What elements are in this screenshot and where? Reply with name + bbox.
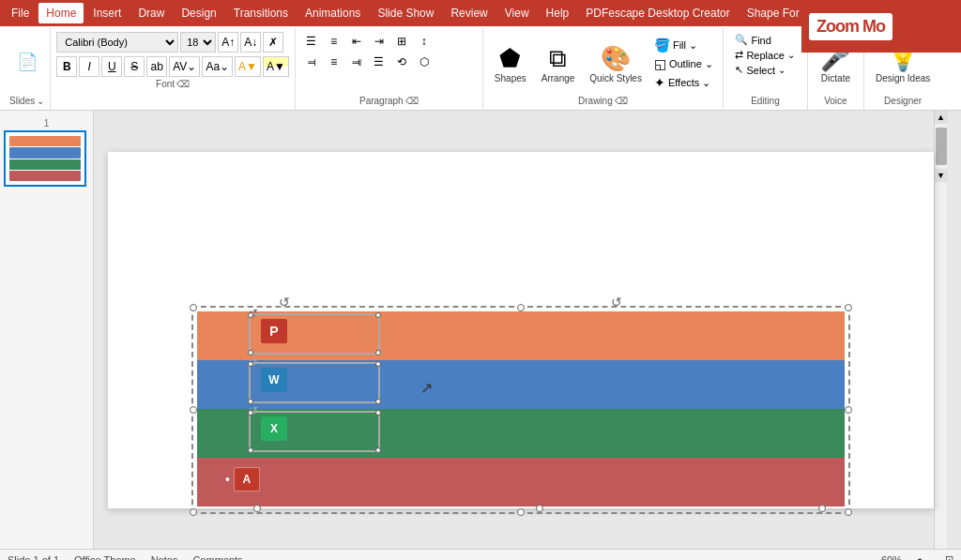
shadow-button[interactable]: ab [146,56,167,77]
bullet-dot: • [225,472,230,487]
fit-window-button[interactable]: ⊡ [945,553,953,560]
zoom-level: 60% [881,554,902,561]
inner-handle-gn-tr[interactable] [375,410,381,416]
bottom-handle-r[interactable] [818,505,826,512]
rotate-handle-top-left[interactable]: ↺ [279,295,290,310]
change-case-button[interactable]: Aa⌄ [202,56,233,77]
underline-button[interactable]: U [101,56,122,77]
menu-file[interactable]: File [4,3,37,23]
menu-home[interactable]: Home [38,3,84,23]
inner-handle-br[interactable] [375,350,381,356]
menu-help[interactable]: Help [539,3,577,23]
comments-button[interactable]: Comments [192,554,242,561]
font-size-select[interactable]: 18 [180,32,216,53]
handle-br[interactable] [845,508,852,516]
increase-indent-button[interactable]: ⇥ [369,32,389,51]
inner-handle-gn-tl[interactable] [248,410,253,416]
bar-orange[interactable]: ↺ P [197,311,845,360]
unordered-list-button[interactable]: ☰ [301,32,322,51]
justify-button[interactable]: ☰ [369,53,389,71]
align-center-button[interactable]: ≡ [324,53,344,71]
bold-button[interactable]: B [56,56,77,77]
zoom-slider[interactable]: ─●── [909,554,938,561]
menu-draw[interactable]: Draw [130,3,172,23]
word-icon: W [261,368,287,392]
clear-format-button[interactable]: ✗ [263,32,283,53]
font-group-label: Font ⌫ [56,79,289,91]
handle-tl[interactable] [190,304,197,311]
paragraph-expand-icon[interactable]: ⌫ [405,96,419,106]
arrange-button[interactable]: ⧉ Arrange [536,41,581,86]
notes-button[interactable]: Notes [151,554,178,561]
shape-outline-button[interactable]: ◱Outline ⌄ [651,55,717,72]
menu-design[interactable]: Design [174,3,223,23]
replace-button[interactable]: ⇄ Replace ⌄ [732,48,798,62]
canvas-area: ↺ ↺ ↺ [94,111,961,549]
new-slide-button[interactable]: 📄 [12,52,42,74]
menu-animations[interactable]: Animations [297,3,368,23]
handle-mr[interactable] [845,406,852,414]
inner-handle-bl-br[interactable] [375,399,381,404]
ribbon-group-drawing: ⬟ Shapes ⧉ Arrange 🎨 Quick Styles 🪣Fill … [483,28,724,110]
bar-green[interactable]: ↺ X [197,409,845,458]
character-spacing-button[interactable]: AV⌄ [169,56,200,77]
menu-view[interactable]: View [497,3,537,23]
menu-slideshow[interactable]: Slide Show [370,3,441,23]
align-left-button[interactable]: ⫤ [301,53,322,71]
text-direction-button[interactable]: ⟲ [391,53,412,71]
designer-group-label: Designer [870,96,936,108]
line-spacing-button[interactable]: ↕ [414,32,435,51]
handle-ml[interactable] [190,406,197,414]
decrease-font-button[interactable]: A↓ [240,32,261,53]
inner-handle-tl[interactable] [248,312,253,318]
highlight-button[interactable]: A▼ [263,56,289,77]
handle-tm[interactable] [517,304,525,311]
ribbon-group-editing: 🔍 Find ⇄ Replace ⌄ ↖ Select ⌄ Editing [724,28,808,110]
bottom-handle-m[interactable] [536,505,543,512]
shapes-button[interactable]: ⬟ Shapes [489,41,532,86]
app-body: 1 ↺ ↺ [0,111,961,549]
menu-transitions[interactable]: Transitions [226,3,296,23]
inner-handle-tr[interactable] [375,312,381,318]
shape-effects-button[interactable]: ✦Effects ⌄ [651,74,717,91]
align-right-button[interactable]: ⫥ [346,53,367,71]
paragraph-group-label: Paragraph ⌫ [301,96,477,108]
icon-a-container: • A [225,467,260,492]
select-button[interactable]: ↖ Select ⌄ [732,63,798,77]
ordered-list-button[interactable]: ≡ [324,32,344,51]
inner-handle-gn-br[interactable] [375,447,381,453]
drawing-expand-icon[interactable]: ⌫ [615,96,628,106]
strikethrough-button[interactable]: S [124,56,145,77]
handle-bl[interactable] [190,508,197,516]
menu-insert[interactable]: Insert [85,3,129,23]
inner-handle-gn-bl[interactable] [248,447,253,453]
bar-blue[interactable]: ↺ W ↗ [197,360,845,409]
inner-handle-bl-tl[interactable] [248,361,253,367]
scroll-thumb-v[interactable] [936,128,947,165]
menu-shapeformat[interactable]: Shape For [740,3,807,23]
scroll-down-button[interactable]: ▼ [935,169,948,182]
smart-art-button[interactable]: ⬡ [414,53,435,71]
find-button[interactable]: 🔍 Find [732,33,798,47]
zoom-logo: Zoom Mo [809,13,892,40]
bottom-handle-l[interactable] [253,505,261,512]
rotate-handle-top-right[interactable]: ↺ [611,295,622,310]
inner-handle-bl-tr[interactable] [375,361,381,367]
decrease-indent-button[interactable]: ⇤ [346,32,367,51]
slide-canvas[interactable]: ↺ ↺ ↺ [108,152,934,508]
menu-pdfescape[interactable]: PDFescape Desktop Creator [578,3,737,23]
bar-red[interactable]: • A [197,458,845,507]
slide-thumbnail[interactable] [4,130,86,187]
handle-tr[interactable] [845,304,852,311]
menu-review[interactable]: Review [443,3,495,23]
font-expand-icon[interactable]: ⌫ [176,79,190,89]
increase-font-button[interactable]: A↑ [218,32,238,53]
columns-button[interactable]: ⊞ [391,32,412,51]
scroll-up-button[interactable]: ▲ [935,111,948,124]
slides-expand-icon[interactable]: ⌄ [37,96,44,106]
quick-styles-button[interactable]: 🎨 Quick Styles [584,41,648,86]
font-family-select[interactable]: Calibri (Body) [56,32,178,53]
italic-button[interactable]: I [79,56,99,77]
font-color-button[interactable]: A▼ [235,56,261,77]
shape-fill-button[interactable]: 🪣Fill ⌄ [651,37,717,53]
